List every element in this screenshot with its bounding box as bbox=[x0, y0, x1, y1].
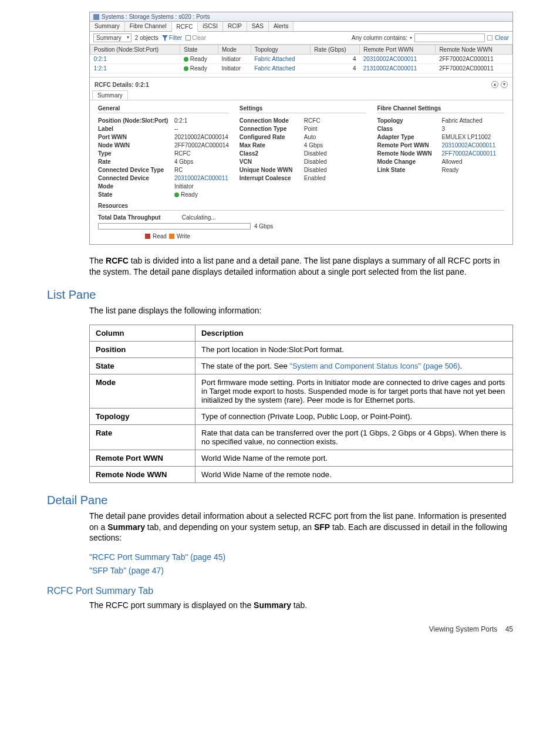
doc-th-col: Column bbox=[90, 325, 195, 341]
table-row: Topology Type of connection (Private Loo… bbox=[90, 408, 513, 424]
legend-write-swatch bbox=[169, 234, 174, 239]
heading-list-pane: List Pane bbox=[47, 288, 513, 302]
detail-title: RCFC Details: 0:2:1 bbox=[95, 82, 149, 88]
col-mode[interactable]: Mode bbox=[218, 45, 251, 55]
detail-general: General Position (Node:Slot:Port)0:2:1 L… bbox=[98, 105, 229, 199]
k: Remote Port WWN bbox=[377, 141, 441, 150]
tab-rcip[interactable]: RCIP bbox=[223, 22, 247, 31]
detail-subtabs: Summary bbox=[90, 90, 512, 100]
k: Label bbox=[98, 125, 174, 133]
doc-td-desc: Rate that data can be transferred over t… bbox=[195, 424, 513, 450]
v: RCFC bbox=[304, 117, 321, 125]
col-position[interactable]: Position (Node:Slot:Port) bbox=[90, 45, 180, 55]
clear-icon bbox=[185, 35, 191, 40]
search-input[interactable] bbox=[414, 33, 485, 42]
thru-val: Calculating... bbox=[182, 214, 216, 221]
intro-paragraph: The RCFC tab is divided into a list pane… bbox=[89, 255, 513, 278]
tab-iscsi[interactable]: iSCSI bbox=[198, 22, 223, 31]
link-sfp-tab[interactable]: "SFP Tab" (page 47) bbox=[89, 566, 164, 575]
list-pane-table: Column Description Position The port loc… bbox=[89, 325, 513, 483]
tab-sas[interactable]: SAS bbox=[247, 22, 269, 31]
v: 3 bbox=[441, 125, 445, 133]
v: Disabled bbox=[304, 158, 327, 166]
cell-state: Ready bbox=[180, 64, 218, 73]
page-footer: Viewing System Ports 45 bbox=[47, 625, 513, 633]
tab-rcfc[interactable]: RCFC bbox=[172, 22, 198, 32]
tab-alerts[interactable]: Alerts bbox=[269, 22, 294, 31]
col-state[interactable]: State bbox=[180, 45, 218, 55]
cell-mode: Initiator bbox=[218, 55, 251, 64]
k: Interrupt Coalesce bbox=[239, 174, 304, 183]
list-intro: The list pane displays the following inf… bbox=[89, 305, 513, 316]
col-remote-port-wwn[interactable]: Remote Port WWN bbox=[360, 45, 436, 55]
k: VCN bbox=[239, 158, 304, 166]
state-text: Ready bbox=[181, 191, 198, 198]
table-row: State The state of the port. See "System… bbox=[90, 357, 513, 374]
detail-pane-paragraph: The detail pane provides detail informat… bbox=[89, 511, 513, 544]
v: Allowed bbox=[441, 158, 462, 166]
doc-td-desc: Type of connection (Private Loop, Public… bbox=[195, 408, 513, 424]
v: 2FF70002AC000014 bbox=[174, 141, 229, 150]
status-dot-icon bbox=[184, 57, 188, 62]
v: 4 Gbps bbox=[174, 158, 193, 166]
v: 20210002AC000014 bbox=[174, 133, 228, 141]
view-dropdown[interactable]: Summary bbox=[93, 33, 131, 42]
k: Connection Mode bbox=[239, 117, 304, 125]
col-rate[interactable]: Rate (Gbps) bbox=[311, 45, 360, 55]
k: Port WWN bbox=[98, 133, 174, 141]
clear-right-link[interactable]: Clear bbox=[495, 35, 509, 41]
k: Link State bbox=[377, 166, 441, 174]
k: Connected Device Type bbox=[98, 166, 174, 174]
footer-title: Viewing System Ports bbox=[429, 625, 498, 633]
cell-rate: 4 bbox=[311, 55, 360, 64]
filter-link[interactable]: Filter bbox=[162, 35, 182, 41]
col-remote-node-wwn[interactable]: Remote Node WWN bbox=[436, 45, 512, 55]
expand-icon[interactable]: ▾ bbox=[501, 81, 508, 88]
k: Remote Node WWN bbox=[377, 150, 441, 158]
clear-link[interactable]: Clear bbox=[185, 35, 206, 41]
link-rcfc-summary[interactable]: "RCFC Port Summary Tab" (page 45) bbox=[89, 552, 225, 562]
bar-right: 4 Gbps bbox=[254, 223, 273, 229]
v: Enabled bbox=[304, 174, 326, 183]
subtab-summary[interactable]: Summary bbox=[92, 90, 128, 100]
k: Max Rate bbox=[239, 141, 304, 150]
doc-td-col: Mode bbox=[90, 374, 195, 408]
table-row: Position The port location in Node:Slot:… bbox=[90, 341, 513, 357]
doc-td-desc: World Wide Name of the remote node. bbox=[195, 466, 513, 482]
settings-heading: Settings bbox=[239, 105, 367, 113]
v: Ready bbox=[174, 191, 198, 199]
resources-heading: Resources bbox=[98, 202, 504, 211]
v: RCFC bbox=[174, 150, 191, 158]
cell-state-text: Ready bbox=[190, 56, 207, 62]
k: Adapter Type bbox=[377, 133, 441, 141]
heading-detail-pane: Detail Pane bbox=[47, 494, 513, 507]
legend-read: Read bbox=[153, 233, 167, 239]
doc-td-col: State bbox=[90, 357, 195, 374]
throughput-bar bbox=[98, 223, 251, 229]
k: Topology bbox=[377, 117, 441, 125]
doc-td-col: Position bbox=[90, 341, 195, 357]
table-row[interactable]: 1:2:1 Ready Initiator Fabric Attached 4 … bbox=[90, 64, 512, 73]
tab-fibre-channel[interactable]: Fibre Channel bbox=[125, 22, 172, 31]
table-row[interactable]: 0:2:1 Ready Initiator Fabric Attached 4 … bbox=[90, 55, 512, 64]
k: Rate bbox=[98, 158, 174, 166]
cell-rpw: 20310002AC000011 bbox=[360, 55, 436, 64]
v: 20310002AC000011 bbox=[174, 174, 228, 183]
printer-icon[interactable] bbox=[487, 35, 492, 40]
general-heading: General bbox=[98, 105, 229, 113]
v: RC bbox=[174, 166, 183, 174]
v: Initiator bbox=[174, 183, 194, 191]
v: 0:2:1 bbox=[174, 117, 187, 125]
app-screenshot: Systems : Storage Systems : s020 : Ports… bbox=[89, 12, 513, 245]
rcfc-summary-paragraph: The RCFC port summary is displayed on th… bbox=[89, 600, 513, 611]
dropdown-arrow-icon[interactable]: ▾ bbox=[410, 35, 412, 40]
ports-list-table: Position (Node:Slot:Port) State Mode Top… bbox=[90, 45, 512, 73]
k: State bbox=[98, 191, 174, 199]
tab-summary[interactable]: Summary bbox=[90, 22, 125, 31]
table-row: Remote Port WWN World Wide Name of the r… bbox=[90, 450, 513, 466]
collapse-icon[interactable]: ▴ bbox=[491, 81, 498, 88]
status-icons-link[interactable]: "System and Component Status Icons" (pag… bbox=[289, 362, 460, 370]
thru-key: Total Data Throughput bbox=[98, 214, 180, 221]
col-topology[interactable]: Topology bbox=[251, 45, 310, 55]
cell-state: Ready bbox=[180, 55, 218, 64]
